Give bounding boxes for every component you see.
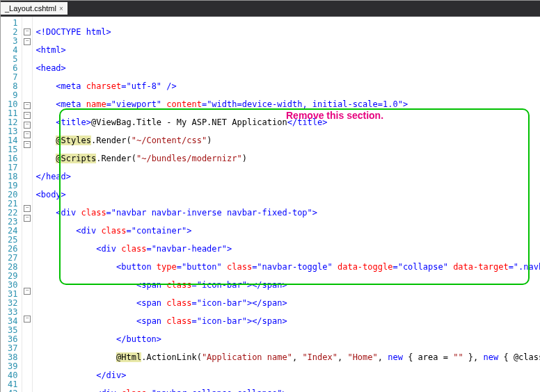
fold-toggle[interactable]: −: [24, 316, 31, 322]
file-tab[interactable]: _Layout.cshtml ×: [1, 2, 68, 15]
fold-toggle[interactable]: −: [24, 131, 31, 138]
line-number: 42: [8, 389, 17, 392]
close-icon[interactable]: ×: [59, 5, 63, 13]
editor-main: 1234567891011121314151617181920212223242…: [1, 17, 540, 392]
fold-toggle[interactable]: −: [24, 28, 31, 35]
fold-toggle[interactable]: −: [24, 141, 31, 148]
fold-toggle[interactable]: −: [24, 38, 31, 45]
editor: _Layout.cshtml × 12345678910111213141516…: [0, 0, 540, 392]
tab-label: _Layout.cshtml: [5, 4, 56, 13]
fold-toggle[interactable]: −: [24, 205, 31, 212]
fold-toggle[interactable]: −: [24, 102, 31, 109]
code-area[interactable]: <!DOCTYPE html> <html> <head> <meta char…: [33, 17, 540, 392]
fold-gutter: −−−−−−−−−−−: [22, 17, 33, 392]
line-gutter: 1234567891011121314151617181920212223242…: [1, 17, 22, 392]
annotation-label: Remove this section.: [286, 110, 383, 121]
fold-toggle[interactable]: −: [24, 215, 31, 222]
tab-bar: _Layout.cshtml ×: [1, 1, 540, 17]
fold-toggle[interactable]: −: [24, 288, 31, 295]
fold-toggle[interactable]: −: [24, 112, 31, 119]
fold-toggle[interactable]: −: [24, 122, 31, 129]
